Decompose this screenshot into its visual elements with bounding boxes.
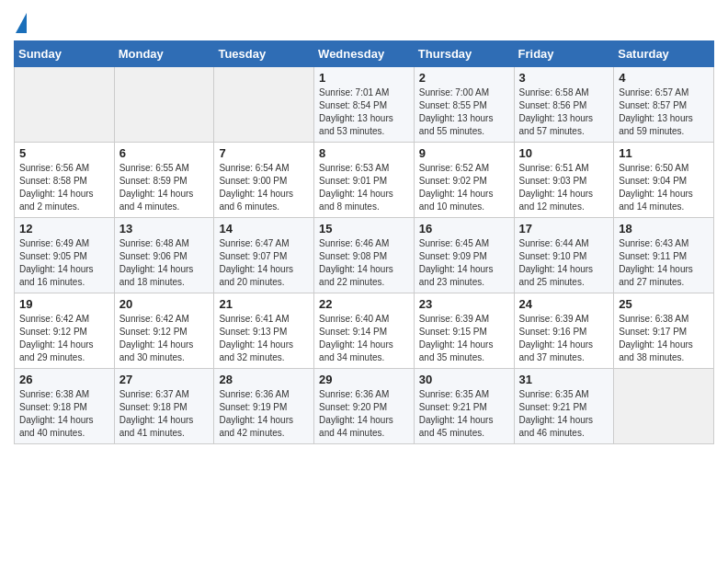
calendar-table: SundayMondayTuesdayWednesdayThursdayFrid… (14, 40, 714, 444)
day-number: 19 (19, 297, 109, 311)
calendar-cell: 6Sunrise: 6:55 AMSunset: 8:59 PMDaylight… (114, 143, 214, 218)
header-day-monday: Monday (114, 41, 214, 67)
day-number: 5 (19, 146, 109, 160)
calendar-cell: 9Sunrise: 6:52 AMSunset: 9:02 PMDaylight… (414, 143, 514, 218)
day-info: Sunrise: 6:46 AMSunset: 9:08 PMDaylight:… (319, 237, 409, 289)
day-number: 22 (319, 297, 409, 311)
calendar-cell: 17Sunrise: 6:44 AMSunset: 9:10 PMDayligh… (514, 218, 614, 293)
day-info: Sunrise: 6:47 AMSunset: 9:07 PMDaylight:… (219, 237, 309, 289)
header-day-saturday: Saturday (614, 41, 714, 67)
calendar-cell: 24Sunrise: 6:39 AMSunset: 9:16 PMDayligh… (514, 293, 614, 369)
calendar-cell: 10Sunrise: 6:51 AMSunset: 9:03 PMDayligh… (514, 143, 614, 218)
calendar-week-3: 12Sunrise: 6:49 AMSunset: 9:05 PMDayligh… (15, 218, 714, 293)
day-info: Sunrise: 6:52 AMSunset: 9:02 PMDaylight:… (419, 162, 509, 213)
calendar-cell: 13Sunrise: 6:48 AMSunset: 9:06 PMDayligh… (114, 218, 214, 293)
day-number: 13 (119, 222, 210, 236)
day-number: 23 (419, 297, 509, 311)
calendar-cell: 16Sunrise: 6:45 AMSunset: 9:09 PMDayligh… (414, 218, 514, 293)
day-info: Sunrise: 6:58 AMSunset: 8:56 PMDaylight:… (519, 86, 609, 138)
calendar-cell (614, 369, 714, 444)
day-info: Sunrise: 6:57 AMSunset: 8:57 PMDaylight:… (619, 86, 709, 138)
day-number: 7 (219, 146, 309, 160)
calendar-cell: 14Sunrise: 6:47 AMSunset: 9:07 PMDayligh… (214, 218, 314, 293)
day-info: Sunrise: 6:42 AMSunset: 9:12 PMDaylight:… (119, 313, 210, 364)
day-info: Sunrise: 7:01 AMSunset: 8:54 PMDaylight:… (319, 86, 409, 138)
day-number: 17 (519, 222, 609, 236)
logo-triangle-icon (16, 13, 27, 33)
day-number: 20 (119, 297, 210, 311)
day-info: Sunrise: 6:53 AMSunset: 9:01 PMDaylight:… (319, 162, 409, 213)
day-number: 28 (219, 373, 309, 386)
day-number: 15 (319, 222, 409, 236)
calendar-week-4: 19Sunrise: 6:42 AMSunset: 9:12 PMDayligh… (15, 293, 714, 369)
calendar-cell: 29Sunrise: 6:36 AMSunset: 9:20 PMDayligh… (314, 369, 415, 444)
day-info: Sunrise: 6:37 AMSunset: 9:18 PMDaylight:… (119, 388, 210, 440)
day-number: 10 (519, 146, 609, 160)
calendar-cell: 4Sunrise: 6:57 AMSunset: 8:57 PMDaylight… (614, 67, 714, 143)
calendar-week-2: 5Sunrise: 6:56 AMSunset: 8:58 PMDaylight… (15, 143, 714, 218)
calendar-cell (15, 67, 115, 143)
day-info: Sunrise: 7:00 AMSunset: 8:55 PMDaylight:… (419, 86, 509, 138)
calendar-cell: 15Sunrise: 6:46 AMSunset: 9:08 PMDayligh… (314, 218, 415, 293)
calendar-cell: 25Sunrise: 6:38 AMSunset: 9:17 PMDayligh… (614, 293, 714, 369)
calendar-cell: 7Sunrise: 6:54 AMSunset: 9:00 PMDaylight… (214, 143, 314, 218)
calendar-cell: 11Sunrise: 6:50 AMSunset: 9:04 PMDayligh… (614, 143, 714, 218)
calendar-cell: 28Sunrise: 6:36 AMSunset: 9:19 PMDayligh… (214, 369, 314, 444)
day-number: 4 (619, 71, 709, 85)
day-info: Sunrise: 6:56 AMSunset: 8:58 PMDaylight:… (19, 162, 109, 213)
day-info: Sunrise: 6:54 AMSunset: 9:00 PMDaylight:… (219, 162, 309, 213)
day-number: 14 (219, 222, 309, 236)
calendar-cell (214, 67, 314, 143)
calendar-cell: 1Sunrise: 7:01 AMSunset: 8:54 PMDaylight… (314, 67, 415, 143)
day-info: Sunrise: 6:48 AMSunset: 9:06 PMDaylight:… (119, 237, 210, 289)
day-number: 16 (419, 222, 509, 236)
calendar-cell: 21Sunrise: 6:41 AMSunset: 9:13 PMDayligh… (214, 293, 314, 369)
calendar-cell: 30Sunrise: 6:35 AMSunset: 9:21 PMDayligh… (414, 369, 514, 444)
day-number: 26 (19, 373, 109, 386)
calendar-cell: 31Sunrise: 6:35 AMSunset: 9:21 PMDayligh… (514, 369, 614, 444)
calendar-cell: 2Sunrise: 7:00 AMSunset: 8:55 PMDaylight… (414, 67, 514, 143)
day-info: Sunrise: 6:49 AMSunset: 9:05 PMDaylight:… (19, 237, 109, 289)
day-info: Sunrise: 6:35 AMSunset: 9:21 PMDaylight:… (419, 388, 509, 440)
calendar-cell: 26Sunrise: 6:38 AMSunset: 9:18 PMDayligh… (15, 369, 115, 444)
calendar-cell: 8Sunrise: 6:53 AMSunset: 9:01 PMDaylight… (314, 143, 415, 218)
day-number: 30 (419, 373, 509, 386)
day-info: Sunrise: 6:38 AMSunset: 9:18 PMDaylight:… (19, 388, 109, 440)
day-number: 6 (119, 146, 210, 160)
calendar-cell: 5Sunrise: 6:56 AMSunset: 8:58 PMDaylight… (15, 143, 115, 218)
header-day-thursday: Thursday (414, 41, 514, 67)
day-number: 8 (319, 146, 409, 160)
calendar-cell: 19Sunrise: 6:42 AMSunset: 9:12 PMDayligh… (15, 293, 115, 369)
calendar-week-1: 1Sunrise: 7:01 AMSunset: 8:54 PMDaylight… (15, 67, 714, 143)
day-number: 31 (519, 373, 609, 386)
day-info: Sunrise: 6:39 AMSunset: 9:16 PMDaylight:… (519, 313, 609, 364)
day-number: 11 (619, 146, 709, 160)
day-info: Sunrise: 6:35 AMSunset: 9:21 PMDaylight:… (519, 388, 609, 440)
day-number: 9 (419, 146, 509, 160)
calendar-cell: 27Sunrise: 6:37 AMSunset: 9:18 PMDayligh… (114, 369, 214, 444)
page-header (14, 9, 714, 33)
header-day-friday: Friday (514, 41, 614, 67)
day-info: Sunrise: 6:42 AMSunset: 9:12 PMDaylight:… (19, 313, 109, 364)
day-info: Sunrise: 6:55 AMSunset: 8:59 PMDaylight:… (119, 162, 210, 213)
day-info: Sunrise: 6:40 AMSunset: 9:14 PMDaylight:… (319, 313, 409, 364)
day-info: Sunrise: 6:51 AMSunset: 9:03 PMDaylight:… (519, 162, 609, 213)
calendar-body: 1Sunrise: 7:01 AMSunset: 8:54 PMDaylight… (15, 67, 714, 444)
day-number: 27 (119, 373, 210, 386)
day-number: 2 (419, 71, 509, 85)
day-number: 24 (519, 297, 609, 311)
header-day-wednesday: Wednesday (314, 41, 415, 67)
day-info: Sunrise: 6:36 AMSunset: 9:19 PMDaylight:… (219, 388, 309, 440)
calendar-cell: 12Sunrise: 6:49 AMSunset: 9:05 PMDayligh… (15, 218, 115, 293)
day-info: Sunrise: 6:44 AMSunset: 9:10 PMDaylight:… (519, 237, 609, 289)
day-info: Sunrise: 6:45 AMSunset: 9:09 PMDaylight:… (419, 237, 509, 289)
day-number: 21 (219, 297, 309, 311)
day-number: 1 (319, 71, 409, 85)
day-info: Sunrise: 6:41 AMSunset: 9:13 PMDaylight:… (219, 313, 309, 364)
day-number: 12 (19, 222, 109, 236)
logo (14, 17, 27, 33)
day-number: 25 (619, 297, 709, 311)
calendar-week-5: 26Sunrise: 6:38 AMSunset: 9:18 PMDayligh… (15, 369, 714, 444)
day-info: Sunrise: 6:38 AMSunset: 9:17 PMDaylight:… (619, 313, 709, 364)
header-day-sunday: Sunday (15, 41, 115, 67)
